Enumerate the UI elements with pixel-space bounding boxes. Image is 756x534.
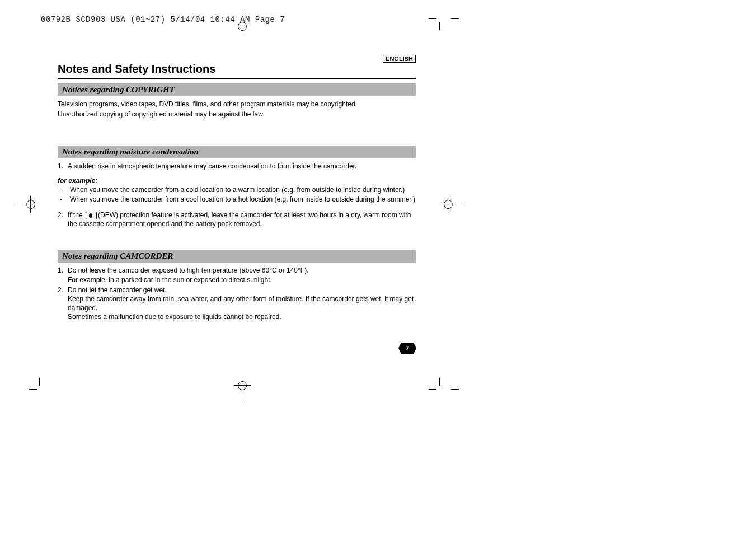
language-box: ENGLISH	[383, 55, 416, 63]
list-text: A sudden rise in atmospheric temperature…	[68, 162, 416, 171]
dew-icon	[86, 212, 97, 219]
list-number: 1.	[58, 266, 68, 284]
list-number: 2.	[58, 285, 68, 322]
text-post: (DEW) protection feature is activated, l…	[68, 211, 411, 228]
section-header-moisture: Notes regarding moisture condensation	[58, 146, 416, 158]
dash-marker: -	[58, 185, 70, 194]
dash-marker: -	[58, 195, 70, 204]
text-line: Keep the camcorder away from rain, sea w…	[68, 295, 414, 312]
slug-line: 00792B SCD903 USA (01~27) 5/14/04 10:44 …	[41, 15, 285, 24]
page-number-badge: 7	[398, 343, 416, 354]
moisture-item-1: 1. A sudden rise in atmospheric temperat…	[58, 162, 416, 171]
moisture-item-2: 2. If the (DEW) protection feature is ac…	[58, 210, 416, 228]
camcorder-item-2: 2. Do not let the camcorder get wet. Kee…	[58, 285, 416, 322]
crop-tick	[439, 378, 440, 386]
text-line: For example, in a parked car in the sun …	[68, 276, 272, 284]
moisture-dash-2: - When you move the camcorder from a coo…	[58, 195, 416, 204]
list-number: 2.	[58, 210, 68, 228]
crop-tick	[439, 22, 440, 30]
list-text: Do not let the camcorder get wet. Keep t…	[68, 285, 416, 322]
crop-tick	[29, 389, 37, 390]
text-pre: If the	[68, 211, 84, 219]
crop-tick	[429, 389, 436, 390]
page-content: ENGLISH Notes and Safety Instructions No…	[58, 55, 416, 321]
list-text: If the (DEW) protection feature is activ…	[68, 210, 416, 228]
text-line: Do not leave the camcorder exposed to hi…	[68, 266, 309, 274]
copyright-text-2: Unauthorized copying of copyrighted mate…	[58, 110, 416, 119]
for-example-label: for example:	[58, 177, 416, 185]
list-number: 1.	[58, 162, 68, 171]
camcorder-item-1: 1. Do not leave the camcorder exposed to…	[58, 266, 416, 284]
section-header-copyright: Notices regarding COPYRIGHT	[58, 83, 416, 96]
crop-tick	[451, 18, 459, 19]
crop-tick	[39, 378, 40, 386]
list-text: When you move the camcorder from a cool …	[70, 195, 416, 204]
crop-mark-left	[15, 196, 37, 213]
text-line: Sometimes a malfunction due to exposure …	[68, 313, 281, 321]
crop-tick	[429, 18, 436, 19]
crop-tick	[451, 389, 459, 390]
list-text: Do not leave the camcorder exposed to hi…	[68, 266, 416, 284]
crop-mark-right	[442, 196, 464, 213]
list-text: When you move the camcorder from a cold …	[70, 185, 416, 194]
moisture-dash-1: - When you move the camcorder from a col…	[58, 185, 416, 194]
page-title: Notes and Safety Instructions	[58, 63, 416, 79]
section-header-camcorder: Notes regarding CAMCORDER	[58, 250, 416, 263]
text-line: Do not let the camcorder get wet.	[68, 286, 167, 294]
copyright-text-1: Television programs, video tapes, DVD ti…	[58, 100, 416, 109]
crop-mark-bottom-center	[234, 380, 251, 402]
